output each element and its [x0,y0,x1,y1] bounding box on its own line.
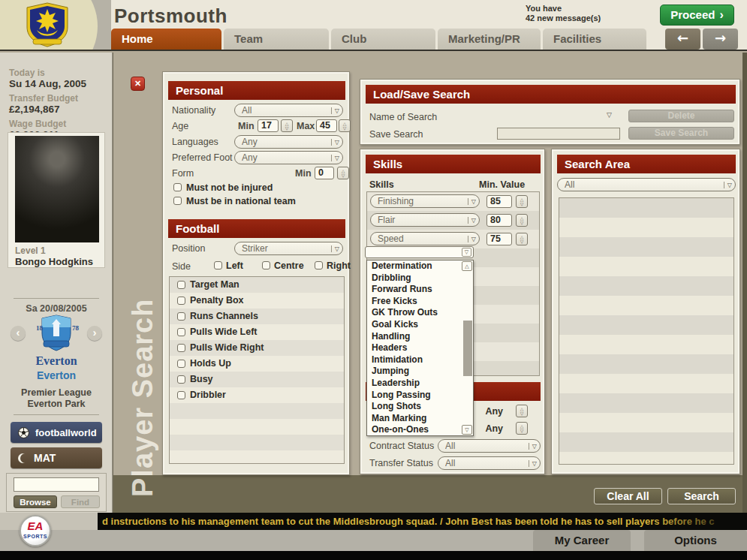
not-injured-checkbox[interactable] [173,183,182,191]
skill-option[interactable]: Leadership [367,378,473,390]
any-stepper-2[interactable]: △▽ [516,422,528,435]
side-centre-checkbox[interactable] [262,261,270,269]
footballworld-button[interactable]: footballworld [11,422,102,443]
skill-option[interactable]: Headers [367,342,473,354]
search-button[interactable]: Search [667,488,736,504]
skill-option[interactable]: One-on-Ones [367,424,473,436]
clear-all-button[interactable]: Clear All [594,488,662,504]
skill-option[interactable]: Jumping [367,366,473,378]
skill-option[interactable]: Handling [367,331,473,343]
skill-dropdown-1[interactable]: Finishing▽ [370,194,480,208]
trait-row[interactable]: Penalty Box [170,293,344,309]
trait-row[interactable]: Holds Up [170,356,344,372]
trait-checkbox[interactable] [177,344,185,352]
browse-input[interactable] [14,477,99,492]
form-min-label: Min [295,167,312,180]
tab-marketing-pr[interactable]: Marketing/PR [438,29,541,50]
languages-dropdown[interactable]: Any▽ [234,135,343,149]
forward-arrow-button[interactable]: → [703,29,738,50]
trait-checkbox[interactable] [177,328,185,336]
save-search-input[interactable] [497,128,620,140]
empty-row [559,354,733,374]
skill-option[interactable]: Dribbling [367,272,473,285]
dropdown-arrow-icon: ▽ [468,198,476,205]
skill-min-input-3[interactable]: 75 [486,233,512,245]
skill-min-input-2[interactable]: 80 [486,214,512,227]
skill-option[interactable]: Long Shots [367,401,473,413]
trait-row[interactable]: Pulls Wide Left [170,324,344,340]
skill-dropdown-2[interactable]: Flair▽ [370,213,480,227]
side-right-checkbox[interactable] [315,261,323,269]
messages-notice[interactable]: You have 42 new message(s) [526,4,601,23]
skill-option[interactable]: GK Throw Outs [367,307,473,319]
scroll-down-button[interactable]: ▽ [462,425,472,435]
options-tab[interactable]: Options [644,530,747,551]
skill-option[interactable]: Goal Kicks [367,319,473,331]
skill-option[interactable]: Forward Runs [367,284,473,296]
club-crest-block [0,0,111,50]
skill-option[interactable]: Free Kicks [367,296,473,308]
prev-match-arrow[interactable]: ‹ [11,326,26,341]
skill-dropdown-3[interactable]: Speed▽ [370,232,480,245]
find-button[interactable]: Find [61,495,100,508]
opponent-link[interactable]: Everton [0,369,113,381]
tab-facilities[interactable]: Facilities [543,29,646,50]
skill-option[interactable]: Intimidation [367,354,473,366]
any-stepper-1[interactable]: △▽ [516,405,528,417]
tab-club[interactable]: Club [331,29,435,50]
form-min-input[interactable]: 0 [315,167,334,179]
skill-option[interactable]: Man Marking [367,413,473,425]
trait-checkbox[interactable] [177,360,185,368]
scroll-up-button[interactable]: △ [462,261,472,271]
age-min-input[interactable]: 17 [258,119,279,132]
skill-option[interactable]: Long Passing [367,390,473,402]
scrollbar-thumb[interactable] [463,321,472,376]
skill-dropdown-4-open[interactable]: ▽ [365,246,474,258]
skill-min-stepper-3[interactable]: △▽ [516,233,528,245]
empty-row [170,403,344,419]
trait-row[interactable]: Runs Channels [170,309,344,324]
skill-min-stepper-1[interactable]: △▽ [516,195,528,208]
nationality-dropdown[interactable]: All▽ [234,104,343,117]
trait-checkbox[interactable] [177,375,185,384]
close-button[interactable]: ✕ [131,77,145,91]
left-sidebar: Today is Su 14 Aug, 2005 Transfer Budget… [0,53,113,513]
save-search-button[interactable]: Save Search [628,127,734,140]
proceed-button[interactable]: Proceed› [660,5,734,26]
age-min-stepper[interactable]: △▽ [281,119,293,132]
next-match-arrow[interactable]: › [87,326,102,341]
skill-min-input-1[interactable]: 85 [486,195,512,208]
side-left-checkbox[interactable] [214,261,222,269]
national-team-checkbox[interactable] [173,197,182,205]
mat-button[interactable]: MAT [11,447,102,468]
trait-row[interactable]: Busy [170,372,344,387]
trait-checkbox[interactable] [177,297,185,305]
position-dropdown[interactable]: Striker▽ [234,242,343,255]
empty-row [559,276,733,296]
contract-status-dropdown[interactable]: All▽ [438,439,541,453]
age-max-stepper[interactable]: △▽ [339,119,351,132]
skill-min-stepper-2[interactable]: △▽ [516,214,528,227]
search-area-dropdown[interactable]: All▽ [557,178,736,191]
age-max-input[interactable]: 45 [316,119,337,132]
skill-option[interactable]: Determination [367,260,473,272]
trait-row[interactable]: Dribbler [170,387,344,403]
trait-row[interactable]: Pulls Wide Right [170,340,344,356]
delete-button[interactable]: Delete [628,110,734,122]
back-arrow-button[interactable]: ← [665,29,700,50]
tab-home[interactable]: Home [111,29,221,50]
form-min-stepper[interactable]: △▽ [337,167,349,179]
my-career-tab[interactable]: My Career [533,530,631,551]
trait-checkbox[interactable] [177,391,185,399]
national-team-label: Must be in national team [186,197,296,206]
divider [14,414,99,415]
trait-checkbox[interactable] [177,281,185,289]
tab-team[interactable]: Team [224,29,329,50]
trait-checkbox[interactable] [177,312,185,321]
trait-row[interactable]: Target Man [170,277,344,293]
name-of-search-dropdown-arrow-icon[interactable]: ▽ [607,111,612,119]
preferred-foot-dropdown[interactable]: Any▽ [234,151,343,164]
skills-header: Skills [366,155,541,173]
browse-button[interactable]: Browse [14,495,57,508]
transfer-status-dropdown[interactable]: All▽ [438,456,541,470]
